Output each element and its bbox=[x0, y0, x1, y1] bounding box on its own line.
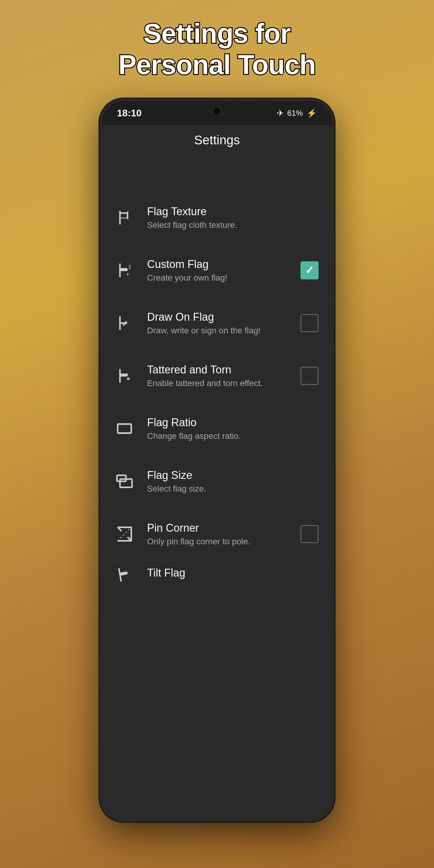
draw-on-flag-control[interactable] bbox=[299, 313, 320, 334]
draw-on-flag-subtitle: Draw, write or sign on the flag! bbox=[147, 326, 299, 336]
flag-ratio-title: Flag Ratio bbox=[147, 416, 320, 429]
settings-item-flag-size[interactable]: Flag Size Select flag size. bbox=[102, 455, 332, 508]
settings-item-flag-ratio[interactable]: Flag Ratio Change flag aspect ratio. bbox=[102, 402, 332, 455]
settings-item-tattered-torn[interactable]: Tattered and Torn Enable tattered and to… bbox=[102, 350, 332, 402]
pin-corner-control[interactable] bbox=[299, 524, 320, 545]
empty-section bbox=[102, 155, 332, 191]
pin-corner-icon bbox=[114, 524, 135, 545]
flag-texture-text: Flag Texture Select flag cloth texture. bbox=[147, 205, 320, 230]
pin-corner-text: Pin Corner Only pin flag corner to pole. bbox=[147, 522, 299, 547]
status-icons: ✈ 61% ⚡ bbox=[277, 108, 317, 118]
app-header: Settings bbox=[102, 125, 332, 155]
tattered-torn-title: Tattered and Torn bbox=[147, 364, 299, 376]
svg-text:+: + bbox=[126, 271, 130, 278]
pin-corner-title: Pin Corner bbox=[147, 522, 299, 534]
settings-item-flag-texture[interactable]: Flag Texture Select flag cloth texture. bbox=[102, 191, 332, 244]
custom-flag-checkbox[interactable]: ✓ bbox=[301, 261, 318, 279]
settings-item-custom-flag[interactable]: + Custom Flag Create your own flag! ✓ bbox=[102, 244, 332, 297]
camera-notch bbox=[213, 107, 221, 116]
flag-ratio-icon bbox=[114, 418, 135, 439]
settings-list: Flag Texture Select flag cloth texture. … bbox=[102, 191, 332, 819]
svg-rect-2 bbox=[118, 424, 131, 433]
draw-on-flag-title: Draw On Flag bbox=[147, 311, 299, 323]
pin-corner-checkbox[interactable] bbox=[301, 525, 318, 543]
flag-texture-icon bbox=[114, 207, 135, 228]
custom-flag-subtitle: Create your own flag! bbox=[147, 273, 299, 283]
flag-size-icon bbox=[114, 471, 135, 492]
settings-item-draw-on-flag[interactable]: Draw On Flag Draw, write or sign on the … bbox=[102, 297, 332, 350]
battery-icon: ⚡ bbox=[307, 108, 317, 118]
tilt-flag-title: Tilt Flag bbox=[147, 567, 320, 579]
tattered-torn-text: Tattered and Torn Enable tattered and to… bbox=[147, 364, 299, 388]
phone-frame: 18:10 ✈ 61% ⚡ Settings Flag Texture Sele… bbox=[99, 98, 335, 822]
tattered-torn-icon bbox=[114, 365, 135, 386]
battery-percent: 61% bbox=[287, 108, 303, 118]
app-header-title: Settings bbox=[194, 133, 240, 147]
custom-flag-title: Custom Flag bbox=[147, 258, 299, 271]
tilt-flag-text: Tilt Flag bbox=[147, 567, 320, 582]
flag-texture-title: Flag Texture bbox=[147, 205, 320, 218]
flag-size-text: Flag Size Select flag size. bbox=[147, 469, 320, 494]
settings-item-tilt-flag[interactable]: Tilt Flag bbox=[102, 561, 332, 588]
flag-size-title: Flag Size bbox=[147, 469, 320, 482]
status-time: 18:10 bbox=[117, 107, 142, 119]
draw-on-flag-checkbox[interactable] bbox=[301, 314, 318, 332]
page-title: Settings for Personal Touch bbox=[119, 18, 315, 81]
airplane-icon: ✈ bbox=[277, 108, 284, 118]
draw-on-flag-icon bbox=[114, 313, 135, 334]
flag-ratio-subtitle: Change flag aspect ratio. bbox=[147, 431, 320, 441]
pin-corner-subtitle: Only pin flag corner to pole. bbox=[147, 537, 299, 547]
tilt-flag-icon bbox=[114, 564, 135, 585]
custom-flag-control[interactable]: ✓ bbox=[299, 260, 320, 281]
flag-ratio-text: Flag Ratio Change flag aspect ratio. bbox=[147, 416, 320, 441]
custom-flag-text: Custom Flag Create your own flag! bbox=[147, 258, 299, 283]
custom-flag-icon: + bbox=[114, 260, 135, 281]
draw-on-flag-text: Draw On Flag Draw, write or sign on the … bbox=[147, 311, 299, 336]
settings-item-pin-corner[interactable]: Pin Corner Only pin flag corner to pole. bbox=[102, 508, 332, 561]
tattered-torn-control[interactable] bbox=[299, 365, 320, 386]
tattered-torn-subtitle: Enable tattered and torn effect. bbox=[147, 378, 299, 388]
flag-texture-subtitle: Select flag cloth texture. bbox=[147, 220, 320, 230]
checkmark-icon: ✓ bbox=[305, 265, 314, 276]
tattered-torn-checkbox[interactable] bbox=[301, 367, 318, 385]
flag-size-subtitle: Select flag size. bbox=[147, 484, 320, 494]
